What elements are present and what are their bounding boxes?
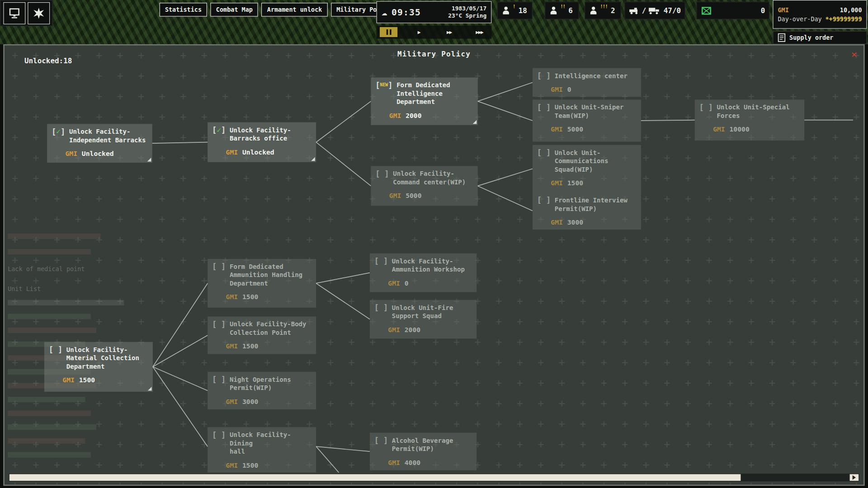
checkbox-icon xyxy=(212,431,226,456)
node-cost: GMI Unlocked xyxy=(226,148,312,156)
pause-button[interactable] xyxy=(380,27,397,37)
node-header: ✓ Unlock Facility- Independent Barracks xyxy=(52,128,148,145)
policy-node-barracks-office[interactable]: ✓ Unlock Facility- Barracks office GMI U… xyxy=(208,122,316,162)
node-header: Unlock Facility- Command center(WIP) xyxy=(375,170,473,187)
policy-node-independent-barracks[interactable]: ✓ Unlock Facility- Independent Barracks … xyxy=(47,124,152,163)
policy-node-frontline-interview[interactable]: Frontline Interview Permit(WIP) GMI 3000 xyxy=(533,192,641,230)
time-value: 09:35 xyxy=(392,7,421,17)
ghost-unit-row xyxy=(8,328,96,333)
policy-node-ammo-handling[interactable]: Form Dedicated Ammunition Handling Depar… xyxy=(208,259,316,308)
policy-node-intelligence-center[interactable]: Intelligence center GMI 0 xyxy=(533,68,641,97)
policy-node-comms-squad[interactable]: Unlock Unit- Communications Squad(WIP) G… xyxy=(533,145,641,192)
balance-value: 10,000 xyxy=(840,6,862,14)
finance-panel: GMI 10,000 Day-over-Day *+99999999 xyxy=(773,0,867,29)
play-button[interactable]: ▶ xyxy=(410,27,428,37)
tab-combat-map[interactable]: Combat Map xyxy=(211,3,259,17)
checkbox-icon xyxy=(374,436,388,453)
tab-statistics[interactable]: Statistics xyxy=(160,3,208,17)
node-header: Night Operations Permit(WIP) xyxy=(212,375,311,392)
cost-value: Unlocked xyxy=(242,148,274,156)
soldier-icon xyxy=(549,6,558,15)
policy-node-intelligence-dept[interactable]: NEW Form Dedicated Intelligence Departme… xyxy=(371,77,477,125)
node-title: Unlock Unit-Special Forces xyxy=(717,103,790,120)
cost-currency-label: GMI xyxy=(226,461,238,469)
scrollbar-thumb[interactable] xyxy=(9,474,741,481)
node-header: NEW Form Dedicated Intelligence Departme… xyxy=(375,81,473,106)
checkbox-icon xyxy=(537,103,551,120)
fastest-button[interactable]: ▶▶▶ xyxy=(471,27,488,37)
checkbox-icon xyxy=(537,149,551,174)
node-header: Unlock Facility- Material Collection Dep… xyxy=(49,346,148,371)
policy-node-special-forces[interactable]: Unlock Unit-Special Forces GMI 10000 xyxy=(695,99,804,141)
cost-currency-label: GMI xyxy=(551,126,563,133)
command-console-button[interactable] xyxy=(3,2,25,24)
cost-currency-label: GMI xyxy=(551,179,563,187)
ghost-unit-row xyxy=(8,314,91,319)
checkbox-icon xyxy=(212,320,226,337)
day-over-day-value: *+99999999 xyxy=(825,15,862,23)
policy-node-dining-hall[interactable]: Unlock Facility-Dining hall GMI 1500 xyxy=(208,427,316,472)
supply-order-label: Supply order xyxy=(789,34,833,41)
officer-counter[interactable]: !!! 2 xyxy=(585,2,621,19)
cost-currency-label: GMI xyxy=(388,459,400,466)
horizontal-scrollbar[interactable] xyxy=(9,474,859,481)
policy-node-command-center[interactable]: Unlock Facility- Command center(WIP) GMI… xyxy=(371,166,477,206)
node-cost: GMI 3000 xyxy=(226,398,312,405)
infantry-counter[interactable]: ! 18 xyxy=(497,2,533,19)
cost-currency-label: GMI xyxy=(62,376,75,384)
policy-node-night-ops[interactable]: Night Operations Permit(WIP) GMI 3000 xyxy=(208,372,316,409)
node-cost: GMI 1500 xyxy=(226,293,312,301)
checkbox-icon xyxy=(374,304,388,320)
scrollbar-right-arrow[interactable] xyxy=(850,474,859,481)
policy-node-fire-support[interactable]: Unlock Unit-Fire Support Squad GMI 2000 xyxy=(370,300,476,339)
node-cost: GMI 1500 xyxy=(226,461,312,469)
checkbox-icon xyxy=(49,346,62,371)
vehicle-counter[interactable]: / 47/0 xyxy=(624,2,685,19)
node-title: Unlock Facility-Dining hall xyxy=(230,431,311,456)
soldier-icon xyxy=(501,6,510,15)
policy-node-ammo-workshop[interactable]: Unlock Facility- Ammunition Workshop GMI… xyxy=(370,253,476,292)
tab-armament-unlock[interactable]: Armament unlock xyxy=(262,3,328,17)
alert-level-marks: !! xyxy=(560,4,565,9)
date-value: 1983/05/17 xyxy=(452,5,486,12)
supply-order-button[interactable]: Supply order xyxy=(773,31,867,44)
corner-mark xyxy=(311,157,315,161)
policy-node-alcohol-permit[interactable]: Alcohol Beverage Permit(WIP) GMI 4000 xyxy=(370,433,476,470)
node-header: Form Dedicated Ammunition Handling Depar… xyxy=(212,263,311,288)
checkbox-icon: ✓ xyxy=(52,128,65,145)
cost-value: 3000 xyxy=(567,219,583,226)
cost-currency-label: GMI xyxy=(388,326,400,333)
jeep-icon xyxy=(629,7,640,14)
cost-currency-label: GMI xyxy=(551,219,563,226)
support-counter[interactable]: !! 6 xyxy=(545,2,579,19)
checkbox-icon xyxy=(537,72,551,80)
node-title: Alcohol Beverage Permit(WIP) xyxy=(392,436,453,453)
policy-node-body-collection[interactable]: Unlock Facility-Body Collection Point GM… xyxy=(208,316,316,354)
node-title: Unlock Facility- Independent Barracks xyxy=(69,128,146,145)
corner-mark xyxy=(473,120,477,124)
document-icon xyxy=(778,33,785,42)
node-title: Unlock Unit-Sniper Team(WIP) xyxy=(555,103,624,120)
supply-crate-counter[interactable]: 0 xyxy=(696,2,769,19)
policy-node-sniper-team[interactable]: Unlock Unit-Sniper Team(WIP) GMI 5000 xyxy=(533,99,641,141)
node-cost: GMI 5000 xyxy=(389,192,473,200)
ghost-unit-row xyxy=(8,397,85,402)
policy-node-material-collection[interactable]: Unlock Facility- Material Collection Dep… xyxy=(44,342,153,392)
clock-panel: ☁ 09:35 1983/05/17 23°C Spring xyxy=(377,1,492,23)
supply-crate-icon xyxy=(701,5,712,16)
cost-currency-label: GMI xyxy=(226,293,238,301)
close-button[interactable]: ✕ xyxy=(851,49,857,60)
console-icon xyxy=(8,7,20,19)
balance-row: GMI 10,000 xyxy=(778,6,862,14)
node-header: Alcohol Beverage Permit(WIP) xyxy=(374,436,472,453)
node-title: Night Operations Permit(WIP) xyxy=(230,375,291,392)
fast-forward-button[interactable]: ▶▶ xyxy=(440,27,458,37)
cost-value: 1500 xyxy=(242,461,258,469)
node-header: Unlock Unit-Sniper Team(WIP) xyxy=(537,103,637,120)
soldier-icon xyxy=(589,6,598,15)
node-header: Intelligence center xyxy=(537,72,637,80)
cost-value: 1500 xyxy=(567,179,583,187)
combat-alert-button[interactable] xyxy=(28,2,50,24)
node-cost: GMI Unlocked xyxy=(65,150,147,158)
cost-value: 1500 xyxy=(242,293,258,301)
